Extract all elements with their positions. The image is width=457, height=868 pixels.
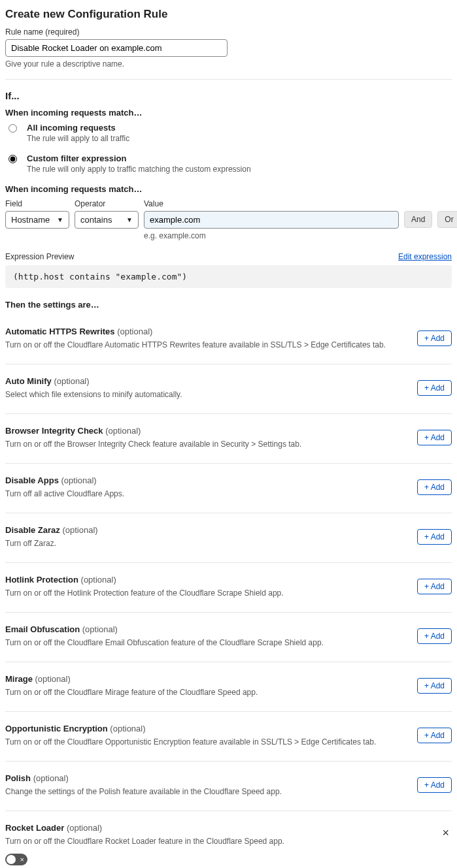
- setting-desc: Change the settings of the Polish featur…: [5, 787, 407, 796]
- setting-title: Polish: [5, 773, 33, 783]
- setting-row: Email Obfuscation (optional)Turn on or o…: [5, 613, 452, 662]
- add-button[interactable]: + Add: [417, 380, 452, 396]
- add-button[interactable]: + Add: [417, 330, 452, 346]
- add-button[interactable]: + Add: [417, 628, 452, 644]
- setting-title: Mirage: [5, 674, 35, 684]
- setting-desc: Turn on or off the Cloudflare Opportunis…: [5, 737, 407, 747]
- setting-row: Opportunistic Encryption (optional)Turn …: [5, 712, 452, 762]
- radio-all-title: All incoming requests: [27, 123, 129, 133]
- if-heading: If...: [5, 90, 452, 101]
- optional-label: (optional): [61, 475, 96, 485]
- or-button[interactable]: Or: [437, 211, 457, 228]
- rule-name-label: Rule name (required): [5, 27, 452, 37]
- setting-desc: Turn on or off the Cloudflare Mirage fea…: [5, 688, 407, 697]
- setting-row: Disable Apps (optional)Turn off all acti…: [5, 464, 452, 513]
- page-title: Create new Configuration Rule: [5, 8, 452, 21]
- toggle-knob: [7, 855, 16, 864]
- optional-label: (optional): [33, 773, 69, 783]
- setting-title: Disable Apps: [5, 475, 61, 485]
- setting-desc: Turn off all active Cloudflare Apps.: [5, 489, 407, 498]
- add-button[interactable]: + Add: [417, 678, 452, 694]
- chevron-down-icon: ▼: [126, 216, 133, 223]
- close-icon[interactable]: ×: [439, 826, 452, 840]
- field-value: Hostname: [11, 215, 50, 225]
- expression-code: (http.host contains "example.com"): [5, 265, 452, 288]
- then-heading: Then the settings are…: [5, 300, 452, 310]
- setting-title: Browser Integrity Check: [5, 426, 105, 436]
- optional-label: (optional): [105, 426, 141, 436]
- setting-title: Rocket Loader: [5, 823, 67, 833]
- setting-desc: Turn on or off the Cloudflare Rocket Loa…: [5, 837, 429, 846]
- radio-custom-title: Custom filter expression: [27, 153, 251, 163]
- add-button[interactable]: + Add: [417, 430, 452, 445]
- setting-desc: Select which file extensions to minify a…: [5, 390, 407, 399]
- operator-select[interactable]: contains ▼: [75, 211, 139, 229]
- edit-expression-link[interactable]: Edit expression: [398, 252, 452, 261]
- setting-title: Hotlink Protection: [5, 575, 81, 585]
- and-button[interactable]: And: [404, 211, 432, 228]
- rule-name-hint: Give your rule a descriptive name.: [5, 59, 452, 69]
- operator-value: contains: [80, 215, 112, 225]
- add-button[interactable]: + Add: [417, 728, 452, 743]
- setting-title: Auto Minify: [5, 376, 54, 386]
- optional-label: (optional): [35, 674, 71, 684]
- add-button[interactable]: + Add: [417, 529, 452, 545]
- chevron-down-icon: ▼: [57, 216, 63, 223]
- optional-label: (optional): [62, 525, 97, 535]
- radio-custom-desc: The rule will only apply to traffic matc…: [27, 165, 251, 174]
- divider: [5, 79, 452, 80]
- setting-desc: Turn on or off the Cloudflare Email Obfu…: [5, 638, 407, 647]
- optional-label: (optional): [67, 823, 102, 833]
- setting-row: Automatic HTTPS Rewrites (optional)Turn …: [5, 315, 452, 364]
- toggle-x-icon: ×: [20, 854, 24, 865]
- setting-desc: Turn on or off the Hotlink Protection fe…: [5, 588, 407, 598]
- setting-title: Disable Zaraz: [5, 525, 62, 535]
- setting-title: Automatic HTTPS Rewrites: [5, 327, 117, 336]
- setting-desc: Turn on or off the Browser Integrity Che…: [5, 440, 407, 449]
- optional-label: (optional): [82, 624, 118, 634]
- field-select[interactable]: Hostname ▼: [5, 211, 69, 229]
- radio-all-incoming[interactable]: [8, 124, 17, 133]
- add-button[interactable]: + Add: [417, 479, 452, 495]
- rocket-loader-toggle[interactable]: ×: [5, 854, 27, 865]
- rule-name-input[interactable]: [5, 39, 228, 57]
- value-input[interactable]: [144, 211, 399, 229]
- setting-title: Opportunistic Encryption: [5, 724, 110, 733]
- setting-row: Polish (optional)Change the settings of …: [5, 762, 452, 811]
- value-label: Value: [144, 199, 399, 208]
- setting-title: Email Obfuscation: [5, 624, 82, 634]
- setting-row: Browser Integrity Check (optional)Turn o…: [5, 414, 452, 464]
- match-label: When incoming requests match…: [5, 108, 452, 118]
- optional-label: (optional): [54, 376, 89, 386]
- radio-all-desc: The rule will apply to all traffic: [27, 134, 129, 143]
- add-button[interactable]: + Add: [417, 777, 452, 793]
- expression-preview-label: Expression Preview: [5, 252, 74, 261]
- radio-custom-filter[interactable]: [8, 155, 17, 163]
- field-label: Field: [5, 199, 69, 208]
- operator-label: Operator: [75, 199, 139, 208]
- setting-row: Hotlink Protection (optional)Turn on or …: [5, 563, 452, 613]
- optional-label: (optional): [81, 575, 116, 585]
- add-button[interactable]: + Add: [417, 579, 452, 594]
- setting-desc: Turn on or off the Cloudflare Automatic …: [5, 340, 407, 349]
- match-label-2: When incoming requests match…: [5, 184, 452, 194]
- optional-label: (optional): [110, 724, 145, 733]
- setting-row: Disable Zaraz (optional)Turn off Zaraz.+…: [5, 513, 452, 563]
- setting-desc: Turn off Zaraz.: [5, 539, 407, 548]
- setting-row: Rocket Loader (optional)Turn on or off t…: [5, 811, 452, 868]
- optional-label: (optional): [117, 327, 152, 336]
- setting-row: Auto Minify (optional)Select which file …: [5, 364, 452, 414]
- value-hint: e.g. example.com: [144, 231, 399, 240]
- setting-row: Mirage (optional)Turn on or off the Clou…: [5, 662, 452, 712]
